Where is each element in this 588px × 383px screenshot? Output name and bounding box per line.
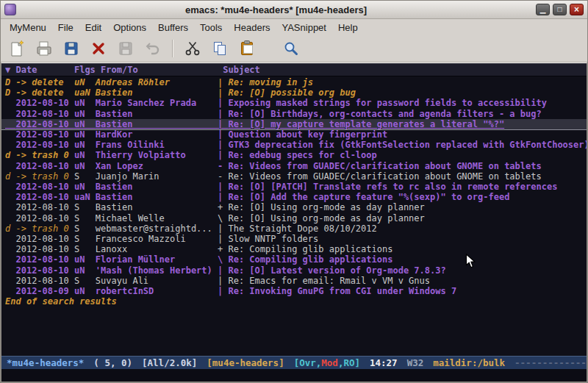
date-column: -> trash 0 — [15, 150, 74, 160]
undo-icon[interactable] — [143, 38, 163, 59]
menu-item-file[interactable]: File — [52, 21, 79, 35]
menu-item-buffers[interactable]: Buffers — [152, 21, 194, 35]
mark-column — [5, 234, 15, 244]
menu-item-help[interactable]: Help — [332, 21, 364, 35]
echo-area[interactable] — [1, 369, 587, 382]
paste-icon[interactable] — [237, 38, 257, 59]
column-header-flags[interactable]: Flgs — [74, 65, 101, 75]
thread-indicator: | — [218, 87, 228, 98]
message-row[interactable]: d -> trash 0 S Juanjo Marin - Re: Videos… — [1, 171, 587, 182]
menu-item-options[interactable]: Options — [107, 21, 152, 35]
subject-column: Re: [O] my capture template generates a … — [228, 119, 504, 129]
column-header-subject[interactable]: Subject — [223, 65, 260, 75]
date-column: 2012-08-10 — [15, 182, 74, 192]
minimize-button[interactable]: ▁ — [536, 4, 550, 15]
message-row[interactable]: 2012-08-10 S Lanoxx + Re: Compiling glib… — [1, 244, 587, 254]
message-row[interactable]: 2012-08-09 uN robertcInSD | Re: Invoking… — [1, 286, 587, 296]
message-row[interactable]: 2012-08-10 uN Xan Lopez - Re: Videos fro… — [1, 161, 587, 171]
thread-indicator: | — [218, 129, 228, 140]
maximize-button[interactable]: □ — [553, 4, 567, 15]
subject-column: Re: [O] Birthdays, org-contacts and agen… — [228, 109, 541, 119]
flags-column: uN — [74, 109, 96, 119]
message-row[interactable]: d -> trash 0 S webmaster@straightd... | … — [1, 223, 587, 234]
message-row[interactable]: 2012-08-10 S Suvayu Ali | Re: Emacs for … — [1, 276, 587, 286]
mark-column — [5, 286, 15, 296]
menu-item-yasnippet[interactable]: YASnippet — [276, 21, 331, 35]
message-row[interactable]: 2012-08-10 uaN Bastien | Re: [O] Add the… — [1, 192, 587, 202]
save-as-icon[interactable] — [115, 38, 136, 59]
message-list: D -> delete uN Andreas Röhler | Re: movi… — [1, 76, 587, 356]
message-row[interactable]: D -> delete uN Andreas Röhler | Re: movi… — [1, 77, 587, 87]
menu-item-mymenu[interactable]: MyMenu — [4, 21, 52, 35]
thread-indicator: | — [218, 265, 228, 276]
close-button[interactable]: × — [570, 4, 584, 15]
save-icon[interactable] — [61, 38, 82, 59]
cut-icon[interactable] — [182, 38, 203, 59]
column-header-date[interactable]: Date — [15, 65, 74, 75]
from-column: Andreas Röhler — [96, 77, 218, 87]
date-column: 2012-08-10 — [15, 109, 74, 119]
modeline-buffer-name: *mu4e-headers* — [7, 357, 84, 368]
menu-item-edit[interactable]: Edit — [79, 21, 107, 35]
copy-icon[interactable] — [209, 38, 230, 59]
mark-column: d — [5, 171, 15, 182]
from-column: Xan Lopez — [96, 161, 218, 171]
thread-indicator: | — [218, 223, 228, 234]
thread-indicator: | — [218, 276, 228, 286]
from-column: webmaster@straightd... — [96, 223, 218, 234]
flags-column: S — [74, 276, 96, 286]
mark-column — [5, 129, 15, 140]
subject-column: Re: Compiling glib applications — [228, 244, 392, 254]
menu-item-headers[interactable]: Headers — [228, 21, 276, 35]
message-row[interactable]: 2012-08-10 uN 'Mash (Thomas Herbert) | R… — [1, 265, 587, 276]
subject-column: Re: [O] Add the capture feature "%(sexp)… — [228, 192, 509, 202]
date-column: -> delete — [15, 77, 74, 87]
message-row[interactable]: 2012-08-10 S Francesco Mazzoli | Slow NN… — [1, 234, 587, 244]
from-column: Bastien — [96, 87, 218, 98]
mark-column — [5, 276, 15, 286]
date-column: 2012-08-10 — [15, 265, 74, 276]
thread-indicator: | — [218, 286, 228, 296]
subject-column: Re: Videos from GUADEC/clarification abo… — [228, 161, 541, 171]
modeline-size: [All/2.0k] — [142, 357, 197, 368]
thread-indicator: \ — [218, 254, 228, 265]
subject-column: GTK3 deprecation fix (GtkFontSelection r… — [228, 140, 587, 150]
subject-column: Re: [O] Using org-mode as day planner — [228, 202, 424, 212]
subject-column: Exposing masked strings for password fie… — [228, 98, 546, 108]
date-column: -> delete — [15, 87, 74, 98]
kill-buffer-icon[interactable] — [88, 38, 109, 59]
message-row[interactable]: 2012-08-10 S Michael Welle \ Re: [O] Usi… — [1, 213, 587, 223]
message-row[interactable]: 2012-08-10 uN Bastien | Re: [O] [PATCH] … — [1, 182, 587, 192]
date-column: 2012-08-10 — [15, 213, 74, 223]
new-file-icon[interactable] — [7, 38, 27, 59]
mark-column — [5, 109, 15, 119]
flags-column: S — [74, 234, 96, 244]
modeline-window-id: W32 — [407, 357, 424, 368]
message-row[interactable]: d -> trash 0 uN Thierry Volpiatto | Re: … — [1, 150, 587, 160]
flags-column: uN — [74, 129, 96, 140]
toolbar-separator — [172, 40, 173, 57]
modeline-clock: 14:27 — [370, 357, 398, 368]
message-row[interactable]: D -> delete uaN Bastien | Re: [O] possib… — [1, 87, 587, 98]
message-row[interactable]: 2012-08-10 S Bastien + Re: [O] Using org… — [1, 202, 587, 212]
message-row[interactable]: 2012-08-10 uN Mario Sanchez Prada | Expo… — [1, 98, 587, 108]
column-header-from[interactable]: From/To — [101, 65, 223, 75]
mark-column — [5, 98, 15, 108]
message-row[interactable]: 2012-08-10 uN Bastien | Re: [O] Birthday… — [1, 109, 587, 119]
message-row[interactable]: 2012-08-10 uN HardKor | Question about k… — [1, 129, 587, 140]
message-row[interactable]: 2012-08-10 uN Frans Oilinki | GTK3 depre… — [1, 140, 587, 150]
subject-column: Re: Emacs for email: Rmail v VM v Gnus — [228, 276, 430, 286]
message-row[interactable]: 2012-08-10 uN Bastien | Re: [O] my captu… — [1, 119, 587, 129]
thread-indicator: - — [218, 171, 228, 182]
open-file-icon[interactable] — [34, 38, 54, 59]
from-column: robertcInSD — [96, 286, 218, 296]
from-column: Suvayu Ali — [96, 276, 218, 286]
subject-column: The Straight Dope 08/10/2012 — [228, 223, 376, 234]
thread-indicator: \ — [218, 213, 228, 223]
date-column: 2012-08-10 — [15, 161, 74, 171]
message-row[interactable]: 2012-08-10 uN Florian Müllner \ Re: Comp… — [1, 254, 587, 265]
date-column: -> trash 0 — [15, 171, 74, 182]
search-icon[interactable] — [281, 38, 301, 59]
flags-column: uN — [74, 140, 96, 150]
menu-item-tools[interactable]: Tools — [194, 21, 228, 35]
